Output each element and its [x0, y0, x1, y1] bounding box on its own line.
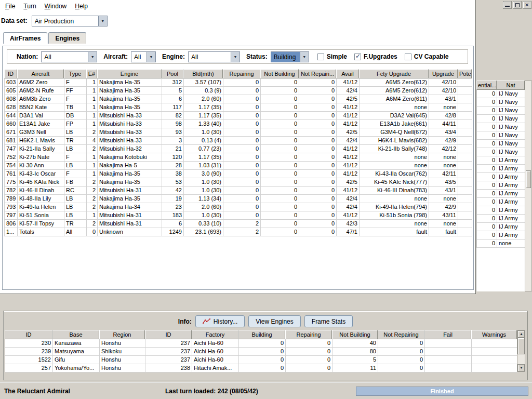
table-row[interactable]: 0IJ Navy: [477, 123, 525, 131]
table-row[interactable]: 752Ki-27b NateF1Nakajima Kotobuki1201.17…: [5, 153, 472, 162]
status-combobox[interactable]: Building: [271, 51, 309, 62]
column-header[interactable]: Fail: [424, 330, 471, 339]
table-row[interactable]: 608A6M3b ZeroF1Nakajima Ha-3562.0 (60)00…: [5, 95, 472, 103]
menu-window[interactable]: Window: [41, 1, 71, 12]
table-row[interactable]: 0IJ Army: [477, 190, 525, 198]
column-header[interactable]: E#: [86, 69, 97, 78]
restore-button[interactable]: [513, 1, 522, 9]
table-row[interactable]: 0IJ Navy: [477, 98, 525, 107]
close-button[interactable]: [523, 1, 531, 9]
table-row[interactable]: 257Yokohama/Yo...Honshu238Hitachi Amak..…: [5, 364, 517, 373]
column-header[interactable]: Aircraft: [17, 69, 64, 78]
menu-help[interactable]: Help: [71, 1, 92, 12]
table-row[interactable]: 0IJ Navy: [477, 115, 525, 123]
engine-combobox[interactable]: All: [188, 51, 240, 62]
table-row[interactable]: 0IJ Navy: [477, 107, 525, 115]
table-row[interactable]: 660E13A1 JakeFP1Mitsubishi Ha-33981.33 (…: [5, 120, 472, 128]
table-row[interactable]: 0IJ Army: [477, 206, 525, 215]
table-row[interactable]: 0IJ Army: [477, 215, 525, 223]
table-row[interactable]: 0IJ Navy: [477, 90, 525, 98]
column-header[interactable]: Warnings: [471, 330, 517, 339]
tab-engines[interactable]: Engines: [48, 32, 86, 44]
table-row[interactable]: 230KanazawaHonshu237Aichi Ha-6000400: [5, 339, 517, 348]
column-header[interactable]: ential...: [476, 81, 497, 90]
column-header[interactable]: Not Building: [332, 330, 378, 339]
column-header[interactable]: Bld(mth): [183, 69, 223, 78]
table-row[interactable]: 0IJ Army: [477, 198, 525, 206]
table-row[interactable]: 628B5N2 KateTB1Nakajima Ha-351171.17 (35…: [5, 103, 472, 112]
nation-combobox[interactable]: All: [41, 51, 97, 62]
aircraft-combobox[interactable]: All: [131, 51, 156, 62]
table-row[interactable]: 681H6K2-L MavisTR4Mitsubishi Ha-3330.13 …: [5, 137, 472, 145]
chevron-down-icon[interactable]: [88, 52, 97, 62]
table-row[interactable]: 0IJ Army: [477, 173, 525, 181]
column-header[interactable]: Nat: [497, 81, 525, 90]
scroll-up-button[interactable]: [517, 330, 525, 338]
table-row[interactable]: 775Ki-45 KAIa NickFB2Nakajima Ha-35531.0…: [5, 178, 472, 187]
table-row[interactable]: 0IJ Navy: [477, 131, 525, 140]
column-header[interactable]: ID: [4, 69, 17, 78]
column-header[interactable]: Pool: [162, 69, 183, 78]
chevron-down-icon[interactable]: [231, 52, 240, 62]
checkbox-f-upgrades[interactable]: F.Upgrades: [354, 53, 397, 60]
column-header[interactable]: Not Building: [260, 69, 299, 78]
table-row[interactable]: 1...TotalsAll0Unknown124923.1 (693)20047…: [5, 228, 472, 236]
chevron-down-icon[interactable]: [98, 16, 107, 26]
table-row[interactable]: 603A6M2 ZeroF1Nakajima Ha-353123.57 (107…: [5, 78, 472, 87]
column-header[interactable]: Building: [238, 330, 285, 339]
table-row[interactable]: 239MatsuyamaShikoku237Aichi Ha-6000800: [5, 348, 517, 356]
table-row[interactable]: 0IJ Navy: [477, 140, 525, 148]
view-engines-button[interactable]: View Engines: [248, 315, 301, 327]
table-row[interactable]: 0IJ Army: [477, 231, 525, 240]
table-row[interactable]: 789Ki-48-IIa LilyLB2Nakajima Ha-35191.13…: [5, 195, 472, 203]
table-row[interactable]: 754Ki-30 AnnLB1Nakajima Ha-5281.03 (31)0…: [5, 162, 472, 170]
table-row[interactable]: 793Ki-49-Ia HelenLB2Nakajima Ha-34232.0 …: [5, 203, 472, 211]
checkbox-cv-capable[interactable]: CV Capable: [405, 53, 449, 60]
column-header[interactable]: Fcty Upgrade: [359, 69, 429, 78]
table-row[interactable]: 747Ki-21-IIa SallyLB2Mitsubishi Ha-32210…: [5, 145, 472, 153]
column-header[interactable]: Repairing: [285, 330, 332, 339]
scroll-down-button[interactable]: [517, 364, 525, 371]
factory-table-scrollbar[interactable]: [517, 330, 525, 372]
table-row[interactable]: 0IJ Army: [477, 165, 525, 173]
column-header[interactable]: Pote...: [458, 69, 472, 78]
column-header[interactable]: Type: [64, 69, 86, 78]
column-header[interactable]: Region: [99, 330, 145, 339]
table-row[interactable]: 0IJ Navy: [477, 148, 525, 156]
minimize-button[interactable]: [503, 1, 512, 9]
table-row[interactable]: 761Ki-43-Ic OscarF1Nakajima Ha-35383.0 (…: [5, 170, 472, 178]
menu-file[interactable]: File: [1, 1, 19, 12]
table-row[interactable]: 0IJ Army: [477, 223, 525, 231]
history-button[interactable]: History...: [195, 315, 245, 327]
vertical-scrollbar[interactable]: [525, 81, 532, 291]
table-row[interactable]: 797Ki-51 SoniaLB1Mitsubishi Ha-311831.0 …: [5, 211, 472, 220]
table-row[interactable]: 1522GifuHonshu237Aichi Ha-600050: [5, 356, 517, 364]
tab-airframes[interactable]: AirFrames: [3, 32, 47, 44]
chevron-down-icon[interactable]: [300, 52, 309, 62]
table-row[interactable]: 806Ki-57-II TopsyTR2Mitsubishi Ha-3160.3…: [5, 220, 472, 228]
table-row[interactable]: 782Ki-46-II DinahRC2Mitsubishi Ha-31421.…: [5, 187, 472, 195]
checkbox-simple[interactable]: Simple: [317, 53, 347, 60]
menu-turn[interactable]: Turn: [19, 1, 40, 12]
column-header[interactable]: Not Repairing: [378, 330, 424, 339]
column-header[interactable]: Factory: [192, 330, 238, 339]
table-row[interactable]: 0IJ Army: [477, 181, 525, 190]
table-row[interactable]: 0IJ Army: [477, 156, 525, 165]
dataset-combobox[interactable]: Air Production: [32, 16, 108, 26]
column-header[interactable]: Base: [52, 330, 99, 339]
column-header[interactable]: Avail: [336, 69, 359, 78]
scrollbar-thumb[interactable]: [526, 170, 531, 188]
table-row[interactable]: 605A6M2-N RufeFF1Nakajima Ha-3550.3 (9)0…: [5, 87, 472, 95]
chevron-down-icon[interactable]: [147, 52, 155, 62]
scrollbar-thumb[interactable]: [517, 338, 525, 354]
column-header[interactable]: Engine: [97, 69, 162, 78]
column-header[interactable]: ID: [145, 330, 192, 339]
table-row[interactable]: 671G3M3 NellLB2Mitsubishi Ha-33931.0 (30…: [5, 128, 472, 137]
table-row[interactable]: 644D3A1 ValDB1Mitsubishi Ha-33821.17 (35…: [5, 112, 472, 120]
frame-stats-button[interactable]: Frame Stats: [304, 315, 353, 327]
column-header[interactable]: Repairing: [223, 69, 260, 78]
column-header[interactable]: ID: [5, 330, 52, 339]
column-header[interactable]: Upgrade: [429, 69, 458, 78]
table-row[interactable]: 0none: [477, 240, 525, 248]
column-header[interactable]: Not Repairi...: [299, 69, 336, 78]
